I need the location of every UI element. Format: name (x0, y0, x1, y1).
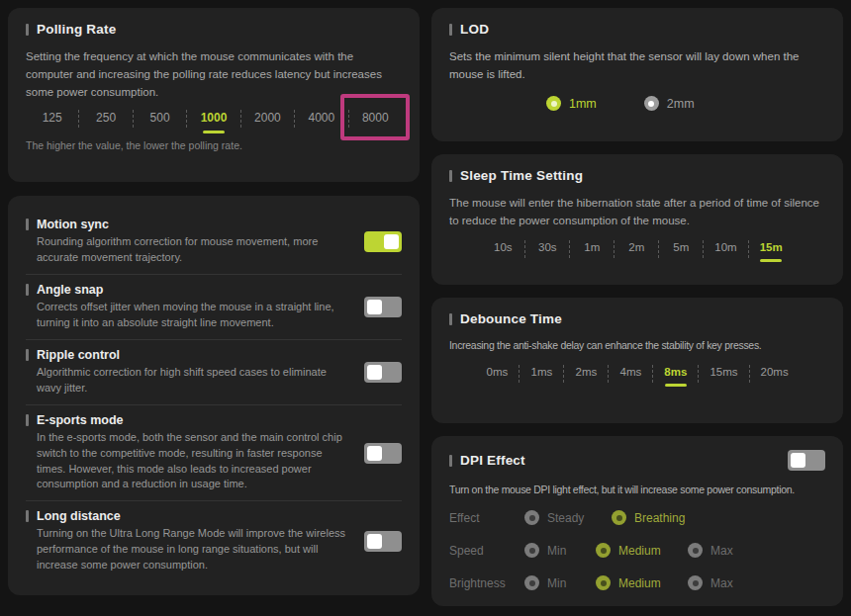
panel-title: Debounce Time (460, 311, 562, 326)
lod-option-2mm[interactable]: 2mm (644, 96, 695, 111)
speed-option-max[interactable]: Max (688, 543, 733, 558)
selection-underline (42, 131, 63, 133)
radio-selected-icon (546, 96, 561, 111)
esports-mode-toggle[interactable] (364, 443, 402, 464)
panel-description: Setting the frequency at which the mouse… (26, 47, 402, 101)
brightness-option-max[interactable]: Max (688, 575, 733, 590)
dpi-effect-toggle[interactable] (788, 450, 825, 471)
setting-row-esports-mode: E-sports mode In the e-sports mode, both… (26, 404, 402, 501)
panel-description: Increasing the anti-shake delay can enha… (449, 337, 825, 354)
setting-description: In the e-sports mode, both the sensor an… (26, 430, 350, 493)
row-label: Speed (449, 544, 524, 558)
sleep-option-10s[interactable]: 10s (481, 241, 524, 262)
debounce-option-4ms[interactable]: 4ms (609, 366, 652, 387)
polling-option-1000[interactable]: 1000 (187, 111, 239, 133)
effect-option-steady[interactable]: Steady (524, 510, 612, 525)
lod-option-1mm[interactable]: 1mm (546, 96, 597, 111)
sleep-option-15m[interactable]: 15m (749, 241, 794, 262)
setting-description: Rounding algorithm correction for mouse … (26, 234, 350, 266)
polling-rate-note: The higher the value, the lower the poll… (26, 139, 402, 151)
selection-underline (203, 131, 225, 133)
title-marker (449, 455, 452, 467)
ripple-control-toggle[interactable] (364, 362, 402, 383)
dpi-effect-header: DPI Effect (449, 450, 825, 471)
setting-title: Ripple control (37, 348, 120, 362)
title-marker (26, 284, 29, 296)
polling-rate-header: Polling Rate (26, 22, 402, 37)
motion-sync-toggle[interactable] (364, 231, 402, 252)
panel-title: Polling Rate (37, 22, 116, 37)
radio-unselected-icon (644, 96, 659, 111)
panel-title: Sleep Time Setting (460, 168, 583, 183)
debounce-time-options: 0ms 1ms 2ms 4ms 8ms 15ms 20ms (449, 366, 825, 387)
speed-option-min[interactable]: Min (524, 543, 596, 558)
debounce-option-1ms[interactable]: 1ms (520, 366, 563, 387)
polling-option-8000[interactable]: 8000 (349, 111, 402, 133)
right-column: LOD Sets the minimum silent height that … (431, 8, 843, 606)
radio-unselected-icon (524, 543, 539, 558)
effect-option-breathing[interactable]: Breathing (612, 510, 685, 525)
left-column: Polling Rate Setting the frequency at wh… (8, 8, 420, 606)
mouse-behavior-panel: Motion sync Rounding algorithm correctio… (8, 196, 420, 595)
radio-selected-icon (612, 510, 626, 525)
title-marker (26, 24, 29, 36)
lod-panel: LOD Sets the minimum silent height that … (431, 8, 843, 141)
row-label: Effect (449, 511, 524, 525)
debounce-option-15ms[interactable]: 15ms (699, 366, 748, 387)
debounce-option-8ms[interactable]: 8ms (653, 366, 698, 387)
setting-title: Long distance (37, 509, 121, 523)
polling-option-500[interactable]: 500 (134, 111, 186, 133)
setting-title: E-sports mode (37, 413, 124, 427)
toggle-knob (367, 446, 382, 461)
dpi-row-brightness: Brightness Min Medium Max (449, 575, 825, 591)
sleep-option-10m[interactable]: 10m (704, 241, 747, 262)
panel-title: DPI Effect (460, 453, 525, 468)
selection-underline (364, 131, 386, 133)
radio-selected-icon (596, 543, 611, 558)
angle-snap-toggle[interactable] (364, 297, 402, 317)
polling-option-250[interactable]: 250 (79, 111, 132, 133)
selection-underline (256, 131, 278, 133)
selection-underline (95, 131, 117, 133)
dpi-effect-panel: DPI Effect Turn on the mouse DPI light e… (431, 436, 843, 606)
brightness-option-medium[interactable]: Medium (596, 575, 688, 590)
title-marker (26, 219, 29, 230)
lod-options: 1mm 2mm (449, 96, 825, 111)
speed-option-medium[interactable]: Medium (596, 543, 688, 558)
setting-row-angle-snap: Angle snap Corrects offset jitter when m… (26, 274, 402, 339)
sleep-option-5m[interactable]: 5m (659, 241, 703, 262)
setting-row-ripple-control: Ripple control Algorithmic correction fo… (26, 339, 402, 404)
toggle-knob (367, 365, 382, 380)
polling-option-2000[interactable]: 2000 (241, 111, 294, 133)
panel-description: Turn on the mouse DPI light effect, but … (449, 482, 825, 498)
radio-unselected-icon (688, 543, 703, 558)
toggle-knob (384, 234, 399, 249)
sleep-option-30s[interactable]: 30s (525, 241, 569, 262)
title-marker (26, 349, 29, 361)
row-label: Brightness (449, 576, 524, 590)
polling-option-125[interactable]: 125 (26, 111, 78, 133)
radio-unselected-icon (524, 510, 539, 525)
panel-description: The mouse will enter the hibernation sta… (449, 194, 825, 229)
sleep-time-options: 10s 30s 1m 2m 5m 10m 15m (449, 241, 825, 262)
debounce-option-2ms[interactable]: 2ms (564, 366, 608, 387)
brightness-option-min[interactable]: Min (524, 575, 596, 590)
setting-row-motion-sync: Motion sync Rounding algorithm correctio… (26, 210, 402, 274)
setting-description: Algorithmic correction for high shift sp… (26, 365, 350, 396)
polling-option-4000[interactable]: 4000 (295, 111, 347, 133)
debounce-option-0ms[interactable]: 0ms (475, 366, 519, 387)
panel-description: Sets the minimum silent height that the … (449, 47, 825, 83)
debounce-option-20ms[interactable]: 20ms (750, 366, 800, 387)
settings-page: Polling Rate Setting the frequency at wh… (0, 0, 851, 614)
radio-unselected-icon (688, 575, 703, 590)
toggle-knob (791, 453, 805, 468)
toggle-knob (367, 300, 382, 314)
sleep-option-1m[interactable]: 1m (570, 241, 614, 262)
long-distance-toggle[interactable] (364, 531, 402, 552)
title-marker (26, 414, 29, 426)
toggle-knob (367, 534, 382, 549)
debounce-time-panel: Debounce Time Increasing the anti-shake … (431, 298, 843, 423)
title-marker (449, 170, 452, 182)
setting-description: Corrects offset jitter when moving the m… (26, 300, 350, 331)
sleep-option-2m[interactable]: 2m (615, 241, 658, 262)
